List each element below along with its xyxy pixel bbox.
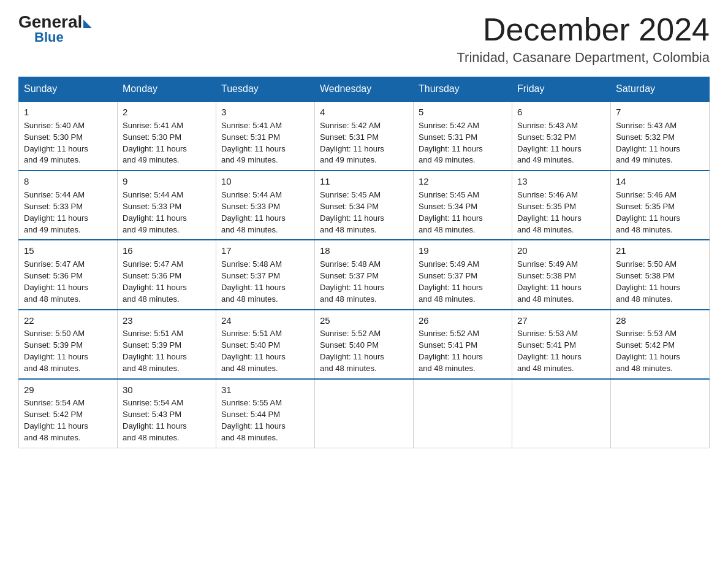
day-number: 10 [221, 175, 309, 188]
calendar-cell: 25Sunrise: 5:52 AMSunset: 5:40 PMDayligh… [315, 310, 414, 379]
daylight-minutes: and 48 minutes. [123, 294, 180, 304]
calendar-cell: 28Sunrise: 5:53 AMSunset: 5:42 PMDayligh… [611, 310, 710, 379]
day-number: 13 [517, 175, 605, 188]
daylight-label: Daylight: 11 hours [24, 352, 88, 361]
sunrise-text: Sunrise: 5:53 AM [517, 329, 578, 338]
day-number: 4 [320, 105, 408, 119]
daylight-label: Daylight: 11 hours [517, 213, 582, 223]
daylight-minutes: and 48 minutes. [123, 364, 180, 373]
day-number: 24 [221, 314, 309, 327]
daylight-label: Daylight: 11 hours [616, 213, 680, 223]
sunset-text: Sunset: 5:37 PM [221, 271, 280, 280]
day-number: 28 [616, 314, 704, 327]
calendar-header-row: Sunday Monday Tuesday Wednesday Thursday… [19, 77, 710, 102]
sunset-text: Sunset: 5:44 PM [221, 410, 280, 419]
daylight-label: Daylight: 11 hours [24, 283, 88, 292]
sunrise-text: Sunrise: 5:43 AM [517, 121, 578, 130]
daylight-label: Daylight: 11 hours [616, 352, 680, 361]
week-row-4: 22Sunrise: 5:50 AMSunset: 5:39 PMDayligh… [19, 310, 710, 379]
daylight-label: Daylight: 11 hours [221, 144, 286, 153]
sunrise-text: Sunrise: 5:53 AM [616, 329, 677, 338]
daylight-label: Daylight: 11 hours [320, 213, 384, 223]
day-number: 16 [123, 244, 211, 258]
daylight-minutes: and 48 minutes. [419, 364, 476, 373]
daylight-label: Daylight: 11 hours [320, 283, 384, 292]
day-number: 3 [221, 105, 309, 119]
daylight-minutes: and 49 minutes. [419, 155, 476, 164]
sunrise-text: Sunrise: 5:49 AM [517, 259, 578, 269]
daylight-minutes: and 48 minutes. [320, 225, 377, 234]
sunrise-text: Sunrise: 5:52 AM [419, 329, 479, 338]
header-monday: Monday [118, 77, 216, 102]
daylight-label: Daylight: 11 hours [221, 283, 286, 292]
daylight-label: Daylight: 11 hours [123, 352, 187, 361]
daylight-label: Daylight: 11 hours [419, 144, 483, 153]
day-number: 1 [24, 105, 112, 119]
sunset-text: Sunset: 5:31 PM [419, 132, 477, 142]
day-number: 20 [517, 244, 605, 258]
sunrise-text: Sunrise: 5:52 AM [320, 329, 381, 338]
week-row-3: 15Sunrise: 5:47 AMSunset: 5:36 PMDayligh… [19, 240, 710, 309]
sunset-text: Sunset: 5:40 PM [221, 340, 280, 350]
day-number: 29 [24, 383, 112, 397]
week-row-1: 1Sunrise: 5:40 AMSunset: 5:30 PMDaylight… [19, 101, 710, 170]
daylight-minutes: and 49 minutes. [517, 155, 574, 164]
sunset-text: Sunset: 5:37 PM [419, 271, 477, 280]
daylight-label: Daylight: 11 hours [419, 213, 483, 223]
day-number: 27 [517, 314, 605, 327]
sunrise-text: Sunrise: 5:54 AM [24, 398, 85, 407]
day-number: 5 [419, 105, 507, 119]
sunrise-text: Sunrise: 5:47 AM [123, 259, 183, 269]
daylight-minutes: and 48 minutes. [221, 364, 278, 373]
daylight-minutes: and 48 minutes. [24, 294, 81, 304]
calendar-cell: 12Sunrise: 5:45 AMSunset: 5:34 PMDayligh… [414, 170, 512, 240]
sunrise-text: Sunrise: 5:46 AM [616, 190, 677, 199]
sunrise-text: Sunrise: 5:46 AM [517, 190, 578, 199]
sunrise-text: Sunrise: 5:44 AM [123, 190, 183, 199]
sunrise-text: Sunrise: 5:51 AM [123, 329, 183, 338]
sunset-text: Sunset: 5:39 PM [24, 340, 83, 350]
calendar-cell: 24Sunrise: 5:51 AMSunset: 5:40 PMDayligh… [216, 310, 315, 379]
logo: General Blue [18, 12, 92, 45]
header-sunday: Sunday [19, 77, 118, 102]
sunrise-text: Sunrise: 5:55 AM [221, 398, 282, 407]
day-number: 8 [24, 175, 112, 188]
calendar-cell: 2Sunrise: 5:41 AMSunset: 5:30 PMDaylight… [118, 101, 216, 170]
daylight-minutes: and 48 minutes. [616, 294, 673, 304]
daylight-label: Daylight: 11 hours [221, 421, 286, 431]
day-number: 9 [123, 175, 211, 188]
sunset-text: Sunset: 5:40 PM [320, 340, 379, 350]
daylight-label: Daylight: 11 hours [517, 352, 582, 361]
sunrise-text: Sunrise: 5:42 AM [320, 121, 381, 130]
page-subtitle: Trinidad, Casanare Department, Colombia [457, 50, 710, 66]
daylight-minutes: and 48 minutes. [517, 364, 574, 373]
daylight-label: Daylight: 11 hours [221, 213, 286, 223]
page-title: December 2024 [457, 12, 710, 47]
calendar-cell: 31Sunrise: 5:55 AMSunset: 5:44 PMDayligh… [216, 379, 315, 448]
calendar-cell: 27Sunrise: 5:53 AMSunset: 5:41 PMDayligh… [512, 310, 611, 379]
sunset-text: Sunset: 5:34 PM [320, 202, 379, 211]
week-row-2: 8Sunrise: 5:44 AMSunset: 5:33 PMDaylight… [19, 170, 710, 240]
day-number: 7 [616, 105, 704, 119]
sunset-text: Sunset: 5:31 PM [221, 132, 280, 142]
daylight-minutes: and 48 minutes. [419, 294, 476, 304]
sunset-text: Sunset: 5:30 PM [123, 132, 181, 142]
sunset-text: Sunset: 5:33 PM [123, 202, 181, 211]
sunset-text: Sunset: 5:38 PM [616, 271, 675, 280]
calendar-cell: 17Sunrise: 5:48 AMSunset: 5:37 PMDayligh… [216, 240, 315, 309]
sunset-text: Sunset: 5:41 PM [419, 340, 477, 350]
daylight-label: Daylight: 11 hours [517, 144, 582, 153]
sunset-text: Sunset: 5:39 PM [123, 340, 181, 350]
calendar-cell: 8Sunrise: 5:44 AMSunset: 5:33 PMDaylight… [19, 170, 118, 240]
sunset-text: Sunset: 5:30 PM [24, 132, 83, 142]
header-thursday: Thursday [414, 77, 512, 102]
sunrise-text: Sunrise: 5:41 AM [221, 121, 282, 130]
page-header: General Blue December 2024 Trinidad, Cas… [18, 12, 710, 66]
day-number: 22 [24, 314, 112, 327]
calendar-cell: 16Sunrise: 5:47 AMSunset: 5:36 PMDayligh… [118, 240, 216, 309]
daylight-label: Daylight: 11 hours [517, 283, 582, 292]
calendar-cell: 4Sunrise: 5:42 AMSunset: 5:31 PMDaylight… [315, 101, 414, 170]
sunset-text: Sunset: 5:42 PM [24, 410, 83, 419]
calendar-table: Sunday Monday Tuesday Wednesday Thursday… [18, 77, 710, 448]
sunrise-text: Sunrise: 5:49 AM [419, 259, 479, 269]
